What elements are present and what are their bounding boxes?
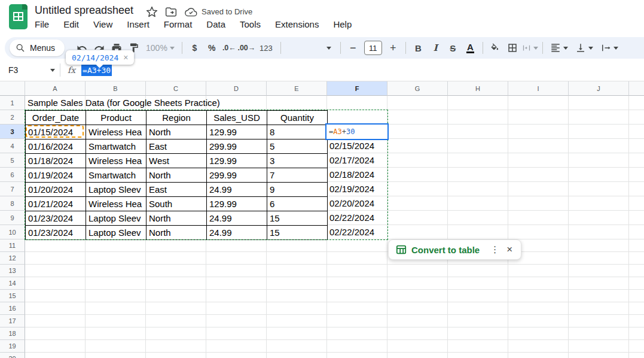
row-header-9[interactable]: 9	[0, 211, 25, 225]
cell-E19[interactable]	[267, 340, 327, 353]
cell-H19[interactable]	[448, 340, 508, 353]
cell-D15[interactable]	[206, 290, 267, 302]
cell-I7[interactable]	[508, 182, 569, 196]
cell-F13[interactable]	[327, 265, 387, 277]
cell-H8[interactable]	[448, 196, 508, 211]
cell-C13[interactable]	[146, 265, 206, 277]
cell-G3[interactable]	[387, 125, 448, 139]
cell-G10[interactable]	[387, 225, 448, 239]
cell-F18[interactable]	[327, 327, 387, 340]
cell-A11[interactable]	[25, 239, 86, 252]
cell-K18[interactable]	[629, 327, 644, 340]
column-header-I[interactable]: I	[508, 81, 569, 96]
cell-F15[interactable]	[327, 290, 387, 302]
cell-B19[interactable]	[86, 340, 146, 353]
cell-K8[interactable]	[629, 196, 644, 211]
cell-K4[interactable]	[629, 139, 644, 153]
cell-B18[interactable]	[86, 327, 146, 340]
cell-E17[interactable]	[267, 315, 327, 327]
cell-E16[interactable]	[267, 302, 327, 315]
column-header-J[interactable]: J	[569, 81, 629, 96]
cell-G8[interactable]	[387, 196, 448, 211]
row-header-17[interactable]: 17	[0, 315, 25, 327]
cell-H14[interactable]	[448, 277, 508, 290]
document-title[interactable]: Untitled spreadsheet	[35, 4, 133, 17]
cell-C12[interactable]	[146, 252, 206, 265]
cell-I4[interactable]	[508, 139, 569, 153]
cell-I3[interactable]	[508, 125, 569, 139]
cell-E14[interactable]	[267, 277, 327, 290]
cell-B11[interactable]	[86, 239, 146, 252]
row-header-8[interactable]: 8	[0, 196, 25, 211]
cell-H3[interactable]	[448, 125, 508, 139]
row-header-18[interactable]: 18	[0, 327, 25, 340]
cell-H4[interactable]	[448, 139, 508, 153]
cell-J9[interactable]	[569, 211, 629, 225]
column-header-G[interactable]: G	[387, 81, 448, 96]
cell-I9[interactable]	[508, 211, 569, 225]
cell-J8[interactable]	[569, 196, 629, 211]
row-header-12[interactable]: 12	[0, 252, 25, 265]
cell-D13[interactable]	[206, 265, 267, 277]
menu-help[interactable]: Help	[326, 18, 359, 31]
cell-D18[interactable]	[206, 327, 267, 340]
merge-cells-button[interactable]	[522, 40, 538, 56]
row-header-5[interactable]: 5	[0, 153, 25, 168]
menu-data[interactable]: Data	[199, 18, 233, 31]
cell-K7[interactable]	[629, 182, 644, 196]
cell-E1[interactable]	[267, 96, 327, 110]
edit-cell-F3[interactable]: =A3+30	[325, 123, 389, 140]
cell-G5[interactable]	[387, 153, 448, 168]
cell-E15[interactable]	[267, 290, 327, 302]
cell-G13[interactable]	[387, 265, 448, 277]
cell-I13[interactable]	[508, 265, 569, 277]
decrease-font-size-button[interactable]: −	[345, 40, 361, 56]
italic-button[interactable]: I	[428, 40, 444, 56]
cell-G17[interactable]	[387, 315, 448, 327]
cell-F1[interactable]	[327, 96, 387, 110]
cell-K9[interactable]	[629, 211, 644, 225]
cell-J5[interactable]	[569, 153, 629, 168]
cell-H6[interactable]	[448, 168, 508, 182]
cell-C20[interactable]	[146, 353, 206, 358]
cell-E13[interactable]	[267, 265, 327, 277]
cell-H15[interactable]	[448, 290, 508, 302]
cell-A12[interactable]	[25, 252, 86, 265]
cell-G7[interactable]	[387, 182, 448, 196]
cell-C15[interactable]	[146, 290, 206, 302]
cell-I6[interactable]	[508, 168, 569, 182]
row-header-4[interactable]: 4	[0, 139, 25, 153]
menus-search-button[interactable]: Menus	[10, 40, 65, 56]
cell-J11[interactable]	[569, 239, 629, 252]
row-header-13[interactable]: 13	[0, 265, 25, 277]
cell-J3[interactable]	[569, 125, 629, 139]
row-header-20[interactable]: 20	[0, 353, 25, 358]
cell-J7[interactable]	[569, 182, 629, 196]
cell-I20[interactable]	[508, 353, 569, 358]
cell-H1[interactable]	[448, 96, 508, 110]
cell-K17[interactable]	[629, 315, 644, 327]
cell-I1[interactable]	[508, 96, 569, 110]
cell-H5[interactable]	[448, 153, 508, 168]
cell-C16[interactable]	[146, 302, 206, 315]
cell-J2[interactable]	[569, 110, 629, 125]
cell-K16[interactable]	[629, 302, 644, 315]
cell-I8[interactable]	[508, 196, 569, 211]
text-color-button[interactable]: A	[462, 40, 478, 56]
cell-F20[interactable]	[327, 353, 387, 358]
strikethrough-button[interactable]: S	[445, 40, 461, 56]
cell-K6[interactable]	[629, 168, 644, 182]
cell-G4[interactable]	[387, 139, 448, 153]
column-header-D[interactable]: D	[206, 81, 267, 96]
cell-H7[interactable]	[448, 182, 508, 196]
format-currency-button[interactable]: $	[187, 40, 203, 56]
cell-E11[interactable]	[267, 239, 327, 252]
cell-D14[interactable]	[206, 277, 267, 290]
cell-G1[interactable]	[387, 96, 448, 110]
cell-J15[interactable]	[569, 290, 629, 302]
cell-K5[interactable]	[629, 153, 644, 168]
cell-A16[interactable]	[25, 302, 86, 315]
sheets-logo-icon[interactable]	[9, 4, 28, 29]
cell-K1[interactable]	[629, 96, 644, 110]
cell-J16[interactable]	[569, 302, 629, 315]
